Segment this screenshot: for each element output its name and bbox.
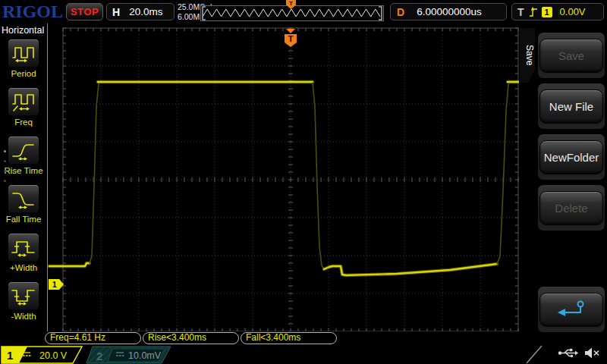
menu-item-rise-time[interactable]: Rise Time xyxy=(0,136,47,184)
channel1-block[interactable]: 1 20.0 V xyxy=(0,346,85,364)
timebase-label: H xyxy=(112,6,120,18)
measurement-freq: Freq=4.61 Hz xyxy=(45,332,141,344)
period-icon xyxy=(11,43,36,63)
softkey-slot-empty xyxy=(536,231,607,282)
period-button[interactable] xyxy=(8,39,39,67)
softkey-column: Save New File NewFolder Delete xyxy=(536,24,607,331)
menu-item-plus-width[interactable]: +Width xyxy=(0,233,47,281)
rise-time-icon xyxy=(11,140,36,160)
delay-value: 6.00000000us xyxy=(417,6,482,17)
softkey-slot: NewFolder xyxy=(536,130,607,180)
channel2-scale: 10.0mV xyxy=(128,350,162,361)
rise-time-button[interactable] xyxy=(8,136,39,165)
rising-edge-icon xyxy=(529,6,538,17)
usb-icon xyxy=(557,347,578,359)
delay-box: D 6.00000000us xyxy=(390,3,507,20)
channel1-number: 1 xyxy=(7,349,13,362)
plus-width-icon xyxy=(11,237,36,257)
menu-item-minus-width[interactable]: -Width xyxy=(0,281,47,330)
softkey-slot: Delete xyxy=(536,180,607,231)
status-icons xyxy=(557,347,601,359)
softkey-slot: New File xyxy=(536,79,607,130)
menu-item-label: Rise Time xyxy=(4,166,42,175)
trigger-level-value: 0.00V xyxy=(560,6,586,17)
channel-status-bar: 1 20.0 V 2 10.0mV xyxy=(0,345,607,364)
softkey-slot: Save xyxy=(536,28,607,79)
save-menu: Save Save New File NewFolder Delete xyxy=(519,24,607,331)
menu-item-label: Freq xyxy=(14,118,33,127)
menu-tab-save: Save xyxy=(520,28,535,83)
speaker-muted-icon xyxy=(584,347,601,359)
preview-waveform-icon xyxy=(201,6,383,20)
menu-item-label: -Width xyxy=(11,312,36,321)
svg-text:1: 1 xyxy=(52,281,57,289)
minus-width-button[interactable] xyxy=(8,281,39,310)
return-arrow-icon xyxy=(555,299,588,320)
timebase-value: 20.0ms xyxy=(129,6,162,17)
measurement-fall: Fall<3.400ms xyxy=(241,332,337,344)
minus-width-icon xyxy=(11,286,36,306)
plus-width-button[interactable] xyxy=(8,233,39,262)
channel2-block[interactable]: 2 10.0mV xyxy=(86,346,172,364)
menu-item-period[interactable]: Period xyxy=(0,39,47,87)
waveform-plot: T1 xyxy=(48,24,519,331)
softkey-slot xyxy=(536,282,607,333)
new-file-button[interactable]: New File xyxy=(539,89,603,124)
menu-item-fall-time[interactable]: Fall Time xyxy=(0,184,47,233)
waveform-display-area: T1 xyxy=(48,24,519,331)
freq-icon xyxy=(11,92,36,111)
trigger-box: T 1 0.00V xyxy=(511,3,604,20)
channel2-number: 2 xyxy=(96,350,102,362)
freq-button[interactable] xyxy=(8,87,39,116)
trigger-source-badge: 1 xyxy=(542,7,552,17)
rigol-logo: RIGOL xyxy=(2,2,63,22)
menu-item-label: Period xyxy=(11,69,36,78)
menu-title: Horizontal xyxy=(0,24,47,39)
top-status-bar: RIGOL STOP H 20.0ms 25.0MSa/s 6.00M pts … xyxy=(0,0,607,24)
fall-time-button[interactable] xyxy=(8,184,39,213)
trigger-label: T xyxy=(517,6,524,18)
measurement-rise: Rise<3.400ms xyxy=(143,332,239,344)
fall-time-icon xyxy=(11,189,36,209)
menu-item-label: Fall Time xyxy=(6,215,42,224)
svg-text:T: T xyxy=(288,34,294,43)
return-button[interactable] xyxy=(539,293,603,327)
status-separator xyxy=(524,345,546,364)
new-folder-button[interactable]: NewFolder xyxy=(539,140,603,174)
menu-page-indicator xyxy=(4,150,6,182)
delay-label: D xyxy=(397,6,404,18)
save-button[interactable]: Save xyxy=(539,39,603,73)
timebase-box: H 20.0ms xyxy=(106,3,175,20)
channel1-scale: 20.0 V xyxy=(39,350,68,361)
menu-item-freq[interactable]: Freq xyxy=(0,87,47,136)
horizontal-measure-menu: Horizontal Period Freq xyxy=(0,24,48,331)
run-state-indicator[interactable]: STOP xyxy=(66,3,103,20)
oscilloscope-screen: RIGOL STOP H 20.0ms 25.0MSa/s 6.00M pts … xyxy=(0,0,607,364)
menu-item-label: +Width xyxy=(10,263,37,272)
delete-button[interactable]: Delete xyxy=(539,191,603,225)
